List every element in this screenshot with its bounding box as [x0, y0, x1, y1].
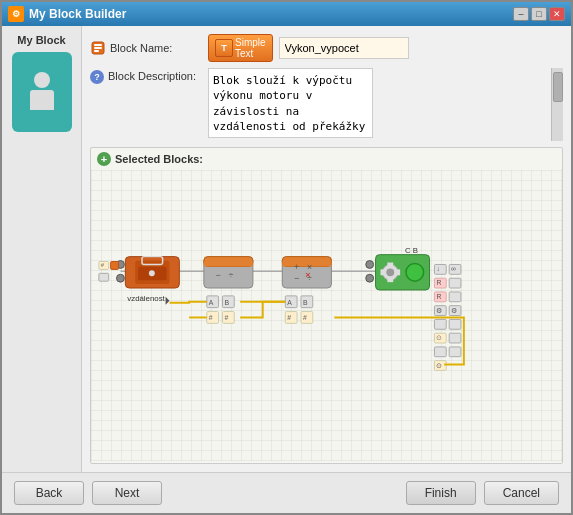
bottom-right-buttons: Finish Cancel: [406, 481, 559, 505]
svg-rect-74: [434, 347, 446, 357]
svg-text:R: R: [436, 279, 441, 286]
svg-rect-82: [99, 273, 109, 281]
svg-text:×: ×: [305, 269, 311, 280]
svg-text:A: A: [209, 299, 214, 306]
block-description-row: ? Block Description: Blok slouží k výpoč…: [90, 68, 563, 141]
svg-point-49: [386, 268, 394, 276]
block-name-icon: [90, 40, 106, 56]
block-preview: [12, 52, 72, 132]
left-panel: My Block: [2, 26, 82, 472]
bottom-bar: Back Next Finish Cancel: [2, 472, 571, 513]
content-area: My Block: [2, 26, 571, 472]
svg-text:#: #: [224, 314, 228, 321]
svg-rect-53: [396, 269, 400, 275]
svg-text:⚙: ⚙: [451, 307, 457, 314]
svg-marker-11: [166, 297, 170, 305]
window-title: My Block Builder: [29, 7, 126, 21]
svg-rect-69: [434, 319, 446, 329]
simple-text-button[interactable]: T SimpleText: [208, 34, 273, 62]
svg-rect-51: [387, 278, 393, 282]
t-icon: T: [215, 39, 233, 57]
svg-rect-1: [94, 44, 102, 46]
title-bar-left: ⚙ My Block Builder: [8, 6, 126, 22]
svg-rect-52: [380, 269, 384, 275]
blocks-svg: vzdálenost + × − ÷: [91, 170, 562, 461]
help-icon: ?: [90, 70, 104, 84]
svg-text:#: #: [209, 314, 213, 321]
svg-text:C B: C B: [405, 246, 418, 255]
block-description-label-container: ? Block Description:: [90, 68, 200, 84]
svg-rect-70: [449, 319, 461, 329]
svg-point-54: [406, 263, 424, 281]
finish-button[interactable]: Finish: [406, 481, 476, 505]
svg-rect-2: [94, 47, 102, 49]
svg-point-79: [366, 274, 374, 282]
block-name-input[interactable]: [279, 37, 409, 59]
svg-rect-21: [204, 262, 253, 267]
close-button[interactable]: ✕: [549, 7, 565, 21]
selected-blocks-header: + Selected Blocks:: [91, 148, 562, 170]
svg-text:∞: ∞: [451, 265, 456, 272]
right-panel: Block Name: T SimpleText ? Block Descrip…: [82, 26, 571, 472]
svg-rect-61: [449, 278, 461, 288]
next-button[interactable]: Next: [92, 481, 162, 505]
svg-text:vzdálenost: vzdálenost: [127, 294, 165, 303]
svg-text:+: +: [294, 262, 299, 272]
maximize-button[interactable]: □: [531, 7, 547, 21]
simple-text-label: SimpleText: [235, 37, 266, 59]
svg-point-13: [117, 274, 125, 282]
block-person-icon: [27, 72, 57, 112]
svg-rect-64: [449, 292, 461, 302]
back-button[interactable]: Back: [14, 481, 84, 505]
svg-rect-75: [449, 347, 461, 357]
svg-rect-50: [387, 263, 393, 267]
window-icon: ⚙: [8, 6, 24, 22]
person-head: [34, 72, 50, 88]
svg-text:B: B: [224, 299, 229, 306]
selected-blocks-section: + Selected Blocks:: [90, 147, 563, 464]
cancel-button[interactable]: Cancel: [484, 481, 559, 505]
svg-text:#: #: [287, 314, 291, 321]
svg-text:↓: ↓: [436, 265, 439, 272]
svg-text:⊙: ⊙: [436, 362, 442, 369]
svg-text:−: −: [216, 270, 221, 280]
main-window: ⚙ My Block Builder – □ ✕ My Block: [0, 0, 573, 515]
svg-text:R: R: [436, 293, 441, 300]
description-scrollbar[interactable]: [551, 68, 563, 141]
block-name-label-container: Block Name:: [90, 40, 200, 56]
svg-text:#: #: [303, 314, 307, 321]
svg-point-78: [366, 261, 374, 269]
my-block-label: My Block: [17, 34, 65, 46]
blocks-canvas: vzdálenost + × − ÷: [91, 170, 562, 461]
svg-point-9: [149, 270, 155, 276]
selected-blocks-label: Selected Blocks:: [115, 153, 203, 165]
minimize-button[interactable]: –: [513, 7, 529, 21]
title-bar: ⚙ My Block Builder – □ ✕: [2, 2, 571, 26]
svg-text:÷: ÷: [228, 270, 233, 280]
block-description-textarea[interactable]: Blok slouží k výpočtu výkonu motoru v zá…: [208, 68, 373, 138]
svg-rect-3: [94, 50, 99, 52]
svg-text:⚙: ⚙: [436, 307, 442, 314]
name-input-row: T SimpleText: [208, 34, 563, 62]
svg-text:−: −: [294, 273, 299, 283]
person-body: [30, 90, 54, 110]
title-controls: – □ ✕: [513, 7, 565, 21]
svg-rect-73: [449, 333, 461, 343]
svg-text:B: B: [303, 299, 308, 306]
block-name-label: Block Name:: [110, 42, 172, 54]
block-name-row: Block Name: T SimpleText: [90, 34, 563, 62]
svg-rect-14: [111, 262, 119, 270]
scrollbar-thumb: [553, 72, 563, 102]
block-description-label: Block Description:: [108, 70, 196, 82]
plus-icon: +: [97, 152, 111, 166]
bottom-left-buttons: Back Next: [14, 481, 162, 505]
svg-text:A: A: [287, 299, 292, 306]
svg-text:⊙: ⊙: [436, 334, 442, 341]
